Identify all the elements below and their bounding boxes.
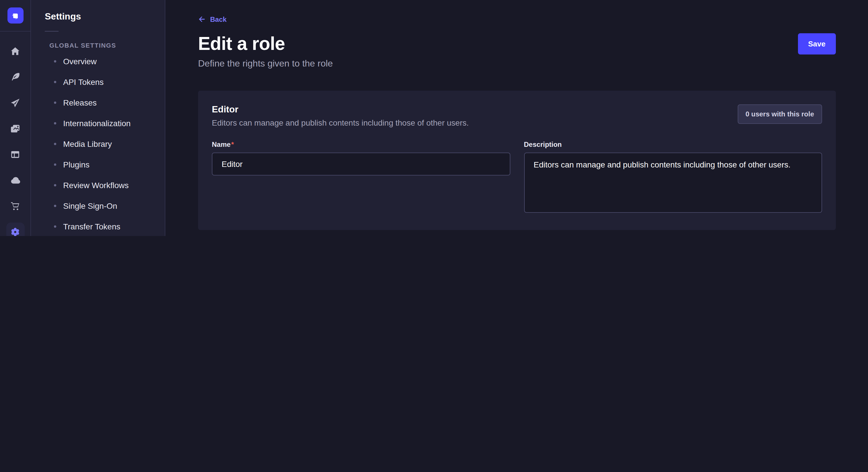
- subnav-item-internationalization[interactable]: Internationalization: [31, 113, 165, 134]
- layout-icon: [10, 149, 20, 159]
- role-fields: Name* Description Editors can manage and…: [212, 139, 822, 213]
- role-name-heading: Editor: [212, 104, 469, 115]
- rail-item-layout[interactable]: [6, 145, 24, 164]
- back-arrow-icon: [198, 15, 206, 23]
- subnav-item-label: Media Library: [63, 139, 112, 148]
- description-field-group: Description Editors can manage and publi…: [524, 139, 822, 213]
- users-with-role-button[interactable]: 0 users with this role: [737, 104, 822, 124]
- gear-icon: [10, 227, 20, 236]
- name-field-group: Name*: [212, 139, 510, 213]
- page-header: Edit a role Save: [198, 33, 836, 55]
- role-summary: Editors can manage and publish contents …: [212, 118, 469, 127]
- bullet-icon: [54, 184, 56, 187]
- section-header: GLOBAL SETTINGS: [50, 42, 165, 49]
- subnav-item-plugins[interactable]: Plugins: [31, 154, 165, 175]
- subnav-item-label: Transfer Tokens: [63, 222, 120, 231]
- main-nav-rail: KD: [0, 0, 31, 236]
- bullet-icon: [54, 164, 56, 166]
- subnav-divider: [45, 31, 59, 32]
- subnav-item-label: Overview: [63, 57, 97, 66]
- rail-nav-items: [6, 42, 24, 236]
- strapi-logo-icon: [10, 11, 20, 20]
- subnav-item-releases[interactable]: Releases: [31, 92, 165, 113]
- save-button[interactable]: Save: [798, 33, 836, 55]
- subnav-item-label: API Tokens: [63, 77, 104, 87]
- bullet-icon: [54, 143, 56, 145]
- required-asterisk: *: [231, 140, 234, 148]
- role-description-textarea[interactable]: Editors can manage and publish contents …: [524, 153, 822, 213]
- rail-item-send[interactable]: [6, 94, 24, 112]
- subnav-item-label: Review Workflows: [63, 181, 129, 190]
- rail-item-feather[interactable]: [6, 68, 24, 86]
- settings-subnav: Settings GLOBAL SETTINGSOverviewAPI Toke…: [31, 0, 165, 236]
- subnav-item-label: Releases: [63, 98, 97, 107]
- page-title: Edit a role: [198, 33, 285, 55]
- bullet-icon: [54, 122, 56, 125]
- bullet-icon: [54, 205, 56, 207]
- role-name-input[interactable]: [212, 153, 510, 175]
- cloud-icon: [10, 175, 20, 185]
- page-subtitle: Define the rights given to the role: [198, 59, 836, 69]
- name-field-label: Name*: [212, 140, 234, 148]
- home-icon: [10, 46, 20, 56]
- subnav-item-overview[interactable]: Overview: [31, 51, 165, 72]
- description-field-label: Description: [524, 140, 562, 148]
- subnav-item-media-library[interactable]: Media Library: [31, 134, 165, 154]
- subnav-item-review-workflows[interactable]: Review Workflows: [31, 175, 165, 196]
- subnav-section-global-settings: GLOBAL SETTINGSOverviewAPI TokensRelease…: [31, 42, 165, 236]
- cart-icon: [10, 201, 20, 211]
- subnav-item-api-tokens[interactable]: API Tokens: [31, 72, 165, 92]
- name-label-text: Name: [212, 140, 230, 148]
- bullet-icon: [54, 81, 56, 83]
- rail-item-cloud[interactable]: [6, 171, 24, 189]
- back-link[interactable]: Back: [198, 15, 226, 23]
- rail-item-gear[interactable]: [6, 223, 24, 236]
- bullet-icon: [54, 102, 56, 104]
- subnav-item-label: Single Sign-On: [63, 201, 117, 210]
- subnav-item-label: Plugins: [63, 160, 90, 169]
- bullet-icon: [54, 225, 56, 228]
- rail-item-cart[interactable]: [6, 197, 24, 215]
- rail-item-home[interactable]: [6, 42, 24, 60]
- subnav-item-single-sign-on[interactable]: Single Sign-On: [31, 196, 165, 216]
- images-icon: [10, 124, 20, 133]
- subnav-sections: GLOBAL SETTINGSOverviewAPI TokensRelease…: [31, 42, 165, 236]
- send-icon: [10, 98, 20, 107]
- feather-icon: [10, 72, 20, 82]
- subnav-title: Settings: [45, 11, 165, 22]
- role-details-card: Editor Editors can manage and publish co…: [198, 91, 836, 230]
- strapi-logo[interactable]: [7, 7, 23, 24]
- subnav-item-transfer-tokens[interactable]: Transfer Tokens: [31, 216, 165, 236]
- role-card-header: Editor Editors can manage and publish co…: [212, 104, 822, 127]
- rail-divider: [0, 31, 30, 32]
- back-label: Back: [210, 15, 226, 23]
- subnav-item-label: Internationalization: [63, 119, 131, 128]
- app-window: KD Settings GLOBAL SETTINGSOverviewAPI T…: [0, 0, 868, 236]
- main-content: Back Edit a role Save Define the rights …: [165, 0, 868, 236]
- rail-item-images[interactable]: [6, 119, 24, 138]
- role-card-titles: Editor Editors can manage and publish co…: [212, 104, 469, 127]
- bullet-icon: [54, 60, 56, 63]
